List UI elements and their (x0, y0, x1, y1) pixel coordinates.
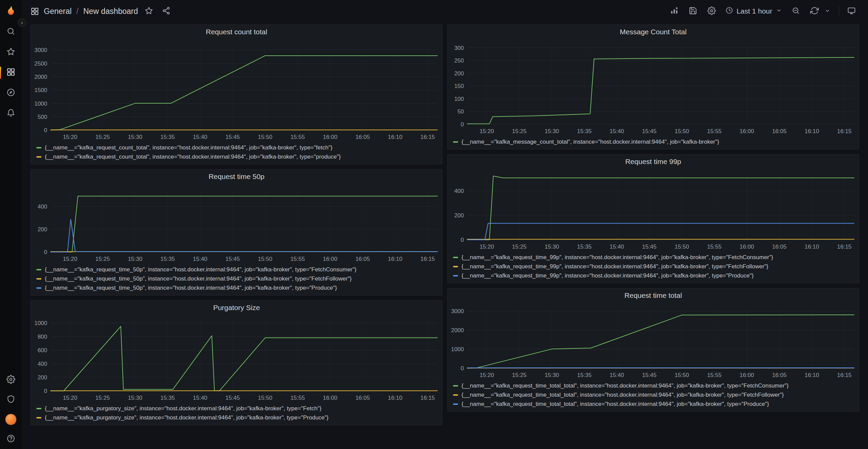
panel-title[interactable]: Request time 50p (31, 169, 442, 184)
legend-item[interactable]: {__name__="kafka_request_time_total_tota… (453, 381, 853, 390)
series-label: {__name__="kafka_request_time_total_tota… (462, 382, 789, 389)
time-series-chart[interactable]: 15:2015:2515:3015:3515:4015:4515:5015:55… (31, 184, 442, 264)
svg-text:15:55: 15:55 (290, 395, 305, 401)
series-color-swatch (36, 156, 41, 158)
legend-item[interactable]: {__name__="kafka_purgatory_size", instan… (36, 404, 437, 413)
svg-text:16:10: 16:10 (804, 372, 819, 378)
legend-item[interactable]: {__name__="kafka_request_time_99p", inst… (453, 262, 853, 271)
time-series-chart[interactable]: 15:2015:2515:3015:3515:4015:4515:5015:55… (448, 169, 859, 252)
chevron-down-icon (776, 7, 782, 15)
add-panel-button[interactable] (668, 4, 681, 18)
svg-text:15:45: 15:45 (642, 244, 657, 250)
svg-text:15:55: 15:55 (290, 134, 305, 140)
favorite-star-button[interactable] (143, 4, 155, 18)
panel-title[interactable]: Message Count Total (448, 25, 859, 39)
svg-text:15:25: 15:25 (95, 395, 110, 401)
svg-text:16:10: 16:10 (804, 128, 819, 134)
svg-text:15:40: 15:40 (610, 372, 624, 378)
breadcrumb-separator: / (76, 7, 78, 16)
legend-item[interactable]: {__name__="kafka_request_time_50p", inst… (36, 274, 437, 283)
legend: {__name__="kafka_request_time_total_tota… (448, 380, 859, 409)
legend-item[interactable]: {__name__="kafka_request_time_total_tota… (453, 390, 853, 399)
save-dashboard-button[interactable] (687, 4, 699, 18)
svg-text:300: 300 (454, 45, 464, 51)
sidebar-item-dashboards[interactable] (0, 62, 22, 83)
series-label: {__name__="kafka_request_time_50p", inst… (45, 285, 337, 291)
sidebar-expand-button[interactable]: › (18, 18, 26, 27)
svg-text:16:15: 16:15 (420, 395, 435, 401)
dashboards-grid-icon (6, 68, 15, 78)
legend-item[interactable]: {__name__="kafka_request_time_50p", inst… (36, 265, 437, 274)
legend-item[interactable]: {__name__="kafka_request_time_99p", inst… (453, 253, 853, 262)
panel-title[interactable]: Request time total (448, 288, 859, 303)
svg-text:16:15: 16:15 (837, 244, 852, 250)
svg-text:15:30: 15:30 (128, 256, 143, 262)
series-label: {__name__="kafka_request_count_total", i… (45, 144, 332, 151)
svg-text:1500: 1500 (34, 87, 47, 93)
svg-text:15:40: 15:40 (610, 128, 624, 134)
refresh-interval-dropdown[interactable] (822, 5, 833, 17)
series-color-swatch (453, 394, 458, 396)
tv-mode-button[interactable] (845, 4, 858, 18)
time-range-picker[interactable]: Last 1 hour (724, 4, 783, 18)
panel-title[interactable]: Request time 99p (448, 155, 859, 169)
svg-text:15:55: 15:55 (707, 372, 722, 378)
svg-text:15:20: 15:20 (480, 244, 494, 250)
search-icon (6, 27, 15, 37)
svg-text:16:10: 16:10 (388, 395, 402, 401)
svg-text:15:35: 15:35 (577, 372, 592, 378)
sidebar-item-help[interactable] (0, 429, 22, 449)
time-series-chart[interactable]: 15:2015:2515:3015:3515:4015:4515:5015:55… (31, 315, 442, 403)
legend-item[interactable]: {__name__="kafka_request_count_total", i… (36, 152, 437, 161)
dashboard-settings-button[interactable] (705, 4, 718, 18)
legend-item[interactable]: {__name__="kafka_request_time_total_tota… (453, 399, 853, 409)
time-series-chart[interactable]: 15:2015:2515:3015:3515:4015:4515:5015:55… (31, 39, 442, 142)
gear-icon (707, 6, 716, 16)
series-color-swatch (453, 403, 458, 405)
svg-text:15:35: 15:35 (160, 134, 175, 140)
svg-text:15:50: 15:50 (258, 134, 272, 140)
time-series-chart[interactable]: 15:2015:2515:3015:3515:4015:4515:5015:55… (448, 39, 859, 137)
svg-text:15:25: 15:25 (95, 134, 110, 140)
sidebar-item-alerting[interactable] (0, 103, 22, 124)
legend-item[interactable]: {__name__="kafka_message_count_total", i… (453, 137, 853, 146)
breadcrumb-dashboard-title[interactable]: New dashboard (83, 7, 138, 16)
svg-text:15:50: 15:50 (674, 244, 689, 250)
sidebar-item-explore[interactable] (0, 83, 22, 103)
legend: {__name__="kafka_request_time_99p", inst… (448, 252, 859, 280)
svg-text:15:55: 15:55 (707, 128, 722, 134)
svg-text:15:20: 15:20 (480, 128, 494, 134)
legend-item[interactable]: {__name__="kafka_purgatory_size", instan… (36, 413, 437, 422)
svg-text:16:00: 16:00 (740, 372, 754, 378)
star-icon (6, 47, 15, 57)
sidebar-item-starred[interactable] (0, 42, 22, 62)
breadcrumb-folder[interactable]: General (44, 7, 72, 16)
refresh-button[interactable] (808, 4, 821, 18)
share-dashboard-button[interactable] (160, 4, 173, 18)
sidebar-item-server-admin[interactable] (0, 390, 22, 410)
chevron-down-icon (824, 7, 831, 15)
svg-text:200: 200 (454, 70, 464, 77)
panel-title[interactable]: Request count total (31, 25, 442, 39)
grafana-logo[interactable] (0, 0, 22, 22)
time-series-chart[interactable]: 15:2015:2515:3015:3515:4015:4515:5015:55… (448, 303, 859, 380)
panel-title[interactable]: Purgatory Size (31, 301, 442, 315)
zoom-out-button[interactable] (790, 4, 802, 18)
legend-item[interactable]: {__name__="kafka_request_time_50p", inst… (36, 283, 437, 292)
legend-item[interactable]: {__name__="kafka_request_time_99p", inst… (453, 271, 853, 280)
breadcrumb: General / New dashboard (31, 4, 173, 18)
sidebar (0, 0, 22, 449)
panel-request-time-total: Request time total 15:2015:2515:3015:351… (447, 288, 859, 412)
svg-text:15:20: 15:20 (63, 134, 77, 140)
header-toolbar: Last 1 hour (668, 4, 858, 18)
series-label: {__name__="kafka_purgatory_size", instan… (45, 414, 329, 421)
svg-text:16:05: 16:05 (772, 372, 787, 378)
sidebar-item-configuration[interactable] (0, 370, 22, 390)
svg-text:15:35: 15:35 (577, 244, 592, 250)
svg-text:1000: 1000 (34, 101, 47, 107)
legend-item[interactable]: {__name__="kafka_request_count_total", i… (36, 143, 437, 152)
svg-text:16:00: 16:00 (740, 244, 754, 250)
sidebar-item-profile[interactable] (0, 410, 22, 429)
svg-text:15:55: 15:55 (290, 256, 305, 262)
svg-text:3000: 3000 (34, 47, 47, 53)
